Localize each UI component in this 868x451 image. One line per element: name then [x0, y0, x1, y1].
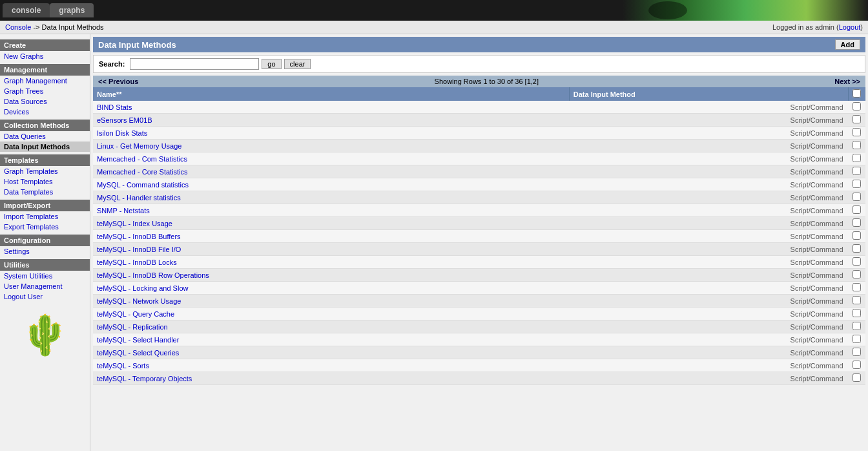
row-checkbox-cell [849, 333, 865, 346]
row-name-link[interactable]: teMySQL - InnoDB Locks [97, 258, 177, 266]
row-checkbox[interactable] [852, 115, 861, 123]
row-checkbox[interactable] [852, 193, 861, 201]
row-checkbox[interactable] [852, 180, 861, 188]
sidebar-item-data-templates[interactable]: Data Templates [0, 187, 90, 197]
logged-in-suffix: ) [860, 23, 863, 31]
row-checkbox[interactable] [852, 348, 861, 356]
sidebar-item-logout-user[interactable]: Logout User [0, 291, 90, 302]
row-checkbox[interactable] [852, 141, 861, 149]
row-name-link[interactable]: BIND Stats [97, 103, 132, 111]
row-checkbox[interactable] [852, 102, 861, 110]
row-name-link[interactable]: Memcached - Com Statistics [97, 155, 187, 163]
next-page-link[interactable]: Next >> [834, 78, 860, 85]
pagination-bar: << Previous Showing Rows 1 to 30 of 36 [… [93, 76, 865, 87]
sidebar-item-import-templates[interactable]: Import Templates [0, 211, 90, 222]
row-name-link[interactable]: teMySQL - Query Cache [97, 310, 174, 318]
row-method-cell: Script/Command [569, 217, 848, 230]
row-checkbox[interactable] [852, 167, 861, 175]
console-tab[interactable]: console [3, 3, 50, 17]
row-checkbox[interactable] [852, 244, 861, 253]
row-name-link[interactable]: teMySQL - InnoDB Buffers [97, 233, 181, 240]
row-name-cell: MySQL - Handler statistics [93, 191, 569, 204]
table-row: teMySQL - Index UsageScript/Command [93, 217, 865, 230]
row-checkbox[interactable] [852, 270, 861, 278]
sidebar-item-system-utilities[interactable]: System Utilities [0, 271, 90, 281]
row-checkbox[interactable] [852, 361, 861, 369]
console-breadcrumb-link[interactable]: Console [5, 23, 31, 31]
row-checkbox[interactable] [852, 205, 861, 214]
row-checkbox[interactable] [852, 128, 861, 136]
prev-page-link[interactable]: << Previous [98, 78, 138, 85]
row-name-link[interactable]: teMySQL - Network Usage [97, 297, 181, 305]
select-all-checkbox[interactable] [852, 89, 861, 98]
add-button[interactable]: Add [835, 39, 860, 50]
row-checkbox[interactable] [852, 309, 861, 317]
row-checkbox-cell [849, 140, 865, 152]
row-checkbox-cell [849, 282, 865, 295]
row-name-link[interactable]: SNMP - Netstats [97, 207, 150, 215]
logged-in-text: Logged in as admin ( [772, 23, 839, 31]
row-name-link[interactable]: teMySQL - Locking and Slow [97, 284, 188, 292]
row-name-cell: teMySQL - Sorts [93, 359, 569, 372]
row-name-cell: teMySQL - Select Queries [93, 346, 569, 359]
row-name-link[interactable]: MySQL - Command statistics [97, 181, 189, 189]
sidebar-item-host-templates[interactable]: Host Templates [0, 176, 90, 187]
row-name-link[interactable]: teMySQL - Sorts [97, 362, 149, 370]
graphs-tab[interactable]: graphs [50, 3, 94, 17]
row-name-link[interactable]: Memcached - Core Statistics [97, 168, 188, 176]
row-checkbox-cell [849, 204, 865, 217]
row-name-cell: teMySQL - InnoDB Locks [93, 256, 569, 269]
row-checkbox[interactable] [852, 231, 861, 240]
sidebar-item-new-graphs[interactable]: New Graphs [0, 51, 90, 61]
cactus-graphic: 🌵 [0, 312, 90, 358]
row-checkbox[interactable] [852, 296, 861, 304]
row-checkbox[interactable] [852, 322, 861, 330]
row-name-link[interactable]: teMySQL - Select Handler [97, 336, 179, 344]
row-name-link[interactable]: MySQL - Handler statistics [97, 194, 181, 202]
row-checkbox[interactable] [852, 373, 861, 382]
row-checkbox-cell [849, 359, 865, 372]
sidebar-item-data-queries[interactable]: Data Queries [0, 131, 90, 142]
sidebar-item-data-input-methods[interactable]: Data Input Methods [0, 142, 90, 152]
row-name-cell: teMySQL - Query Cache [93, 308, 569, 320]
page-title: Data Input Methods [98, 40, 176, 50]
row-method-cell: Script/Command [569, 127, 848, 140]
sidebar-item-graph-management[interactable]: Graph Management [0, 76, 90, 86]
row-name-link[interactable]: teMySQL - Replication [97, 323, 168, 331]
logout-link[interactable]: Logout [839, 23, 861, 31]
sidebar-item-devices[interactable]: Devices [0, 107, 90, 117]
clear-button[interactable]: clear [284, 59, 311, 69]
row-method-cell: Script/Command [569, 152, 848, 165]
row-name-cell: teMySQL - InnoDB File I/O [93, 243, 569, 256]
go-button[interactable]: go [262, 59, 281, 69]
content-area: Data Input Methods Add Search: go clear … [90, 34, 868, 451]
row-name-link[interactable]: teMySQL - Index Usage [97, 220, 172, 227]
row-checkbox[interactable] [852, 257, 861, 266]
page-title-bar: Data Input Methods Add [93, 37, 865, 52]
sidebar-item-export-templates[interactable]: Export Templates [0, 222, 90, 232]
row-name-cell: teMySQL - Select Handler [93, 333, 569, 346]
row-checkbox[interactable] [852, 154, 861, 162]
row-name-link[interactable]: teMySQL - Select Queries [97, 349, 179, 357]
sidebar-item-user-management[interactable]: User Management [0, 281, 90, 291]
row-name-link[interactable]: teMySQL - InnoDB File I/O [97, 246, 181, 253]
utilities-section-header: Utilities [0, 259, 90, 271]
row-checkbox[interactable] [852, 218, 861, 227]
row-checkbox-cell [849, 308, 865, 320]
row-name-link[interactable]: Linux - Get Memory Usage [97, 142, 181, 150]
sidebar-item-graph-trees[interactable]: Graph Trees [0, 86, 90, 96]
row-checkbox[interactable] [852, 335, 861, 343]
row-checkbox-cell [849, 269, 865, 282]
sidebar-item-data-sources[interactable]: Data Sources [0, 96, 90, 107]
row-checkbox-cell [849, 191, 865, 204]
row-name-link[interactable]: teMySQL - InnoDB Row Operations [97, 271, 209, 279]
row-checkbox[interactable] [852, 283, 861, 291]
row-name-link[interactable]: Isilon Disk Stats [97, 129, 147, 137]
sidebar-item-settings[interactable]: Settings [0, 246, 90, 257]
table-row: eSensors EM01BScript/Command [93, 114, 865, 127]
row-name-link[interactable]: teMySQL - Temporary Objects [97, 375, 192, 383]
search-input[interactable] [130, 58, 259, 70]
row-name-link[interactable]: eSensors EM01B [97, 116, 152, 124]
table-row: teMySQL - InnoDB File I/OScript/Command [93, 243, 865, 256]
sidebar-item-graph-templates[interactable]: Graph Templates [0, 166, 90, 176]
